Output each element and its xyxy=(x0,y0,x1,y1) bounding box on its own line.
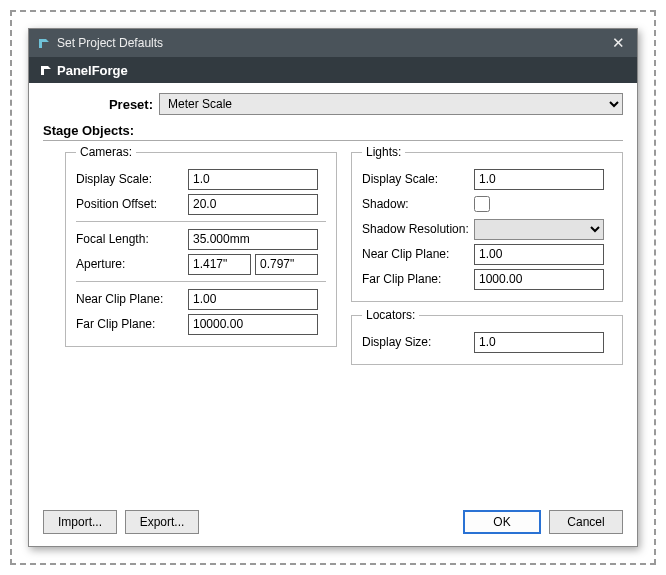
stage-title: Stage Objects: xyxy=(43,123,623,138)
cancel-button[interactable]: Cancel xyxy=(549,510,623,534)
light-display-scale-label: Display Scale: xyxy=(362,172,474,186)
light-near-clip-row: Near Clip Plane: xyxy=(362,243,612,265)
button-bar: Import... Export... OK Cancel xyxy=(43,510,623,534)
camera-near-clip-label: Near Clip Plane: xyxy=(76,292,188,306)
camera-focal-length-label: Focal Length: xyxy=(76,232,188,246)
light-shadow-res-label: Shadow Resolution: xyxy=(362,222,474,236)
camera-display-scale-input[interactable] xyxy=(188,169,318,190)
light-far-clip-row: Far Clip Plane: xyxy=(362,268,612,290)
camera-aperture-w-input[interactable] xyxy=(188,254,251,275)
spacer xyxy=(43,371,623,510)
camera-focal-length-input[interactable] xyxy=(188,229,318,250)
camera-far-clip-input[interactable] xyxy=(188,314,318,335)
stage-header: Stage Objects: xyxy=(43,121,623,145)
cameras-group: Cameras: Display Scale: Position Offset:… xyxy=(65,145,337,347)
stage-divider xyxy=(43,140,623,141)
light-far-clip-input[interactable] xyxy=(474,269,604,290)
camera-divider-1 xyxy=(76,221,326,222)
ok-button[interactable]: OK xyxy=(463,510,541,534)
light-shadow-res-select[interactable] xyxy=(474,219,604,240)
light-shadow-label: Shadow: xyxy=(362,197,474,211)
cameras-legend: Cameras: xyxy=(76,145,136,159)
light-shadow-checkbox[interactable] xyxy=(474,196,490,212)
locator-display-size-label: Display Size: xyxy=(362,335,474,349)
titlebar: Set Project Defaults ✕ xyxy=(29,29,637,57)
locators-legend: Locators: xyxy=(362,308,419,322)
export-button[interactable]: Export... xyxy=(125,510,199,534)
camera-position-offset-row: Position Offset: xyxy=(76,193,326,215)
content: Preset: Meter Scale Stage Objects: Camer… xyxy=(29,83,637,546)
import-button[interactable]: Import... xyxy=(43,510,117,534)
svg-marker-1 xyxy=(41,66,51,75)
lights-legend: Lights: xyxy=(362,145,405,159)
light-near-clip-label: Near Clip Plane: xyxy=(362,247,474,261)
canvas-frame: Set Project Defaults ✕ PanelForge Preset… xyxy=(10,10,656,565)
light-shadow-res-row: Shadow Resolution: xyxy=(362,218,612,240)
window-title: Set Project Defaults xyxy=(57,36,608,50)
camera-focal-length-row: Focal Length: xyxy=(76,228,326,250)
brand-icon xyxy=(39,63,53,77)
camera-display-scale-row: Display Scale: xyxy=(76,168,326,190)
locators-group: Locators: Display Size: xyxy=(351,308,623,365)
lights-group: Lights: Display Scale: Shadow: Shadow Re… xyxy=(351,145,623,302)
svg-marker-0 xyxy=(39,39,49,48)
camera-far-clip-label: Far Clip Plane: xyxy=(76,317,188,331)
camera-aperture-h-input[interactable] xyxy=(255,254,318,275)
dialog: Set Project Defaults ✕ PanelForge Preset… xyxy=(28,28,638,547)
camera-near-clip-row: Near Clip Plane: xyxy=(76,288,326,310)
light-far-clip-label: Far Clip Plane: xyxy=(362,272,474,286)
camera-divider-2 xyxy=(76,281,326,282)
right-column: Lights: Display Scale: Shadow: Shadow Re… xyxy=(351,145,623,371)
light-near-clip-input[interactable] xyxy=(474,244,604,265)
brand-label: PanelForge xyxy=(57,63,128,78)
light-display-scale-row: Display Scale: xyxy=(362,168,612,190)
stage-columns: Cameras: Display Scale: Position Offset:… xyxy=(65,145,623,371)
preset-label: Preset: xyxy=(43,97,159,112)
camera-display-scale-label: Display Scale: xyxy=(76,172,188,186)
camera-far-clip-row: Far Clip Plane: xyxy=(76,313,326,335)
locator-display-size-input[interactable] xyxy=(474,332,604,353)
light-shadow-row: Shadow: xyxy=(362,193,612,215)
app-icon xyxy=(37,36,51,50)
camera-aperture-row: Aperture: xyxy=(76,253,326,275)
preset-select[interactable]: Meter Scale xyxy=(159,93,623,115)
camera-position-offset-input[interactable] xyxy=(188,194,318,215)
brand-bar: PanelForge xyxy=(29,57,637,83)
light-display-scale-input[interactable] xyxy=(474,169,604,190)
close-icon[interactable]: ✕ xyxy=(608,34,629,52)
camera-near-clip-input[interactable] xyxy=(188,289,318,310)
locator-display-size-row: Display Size: xyxy=(362,331,612,353)
left-column: Cameras: Display Scale: Position Offset:… xyxy=(65,145,337,371)
camera-aperture-label: Aperture: xyxy=(76,257,188,271)
camera-position-offset-label: Position Offset: xyxy=(76,197,188,211)
preset-row: Preset: Meter Scale xyxy=(43,93,623,115)
